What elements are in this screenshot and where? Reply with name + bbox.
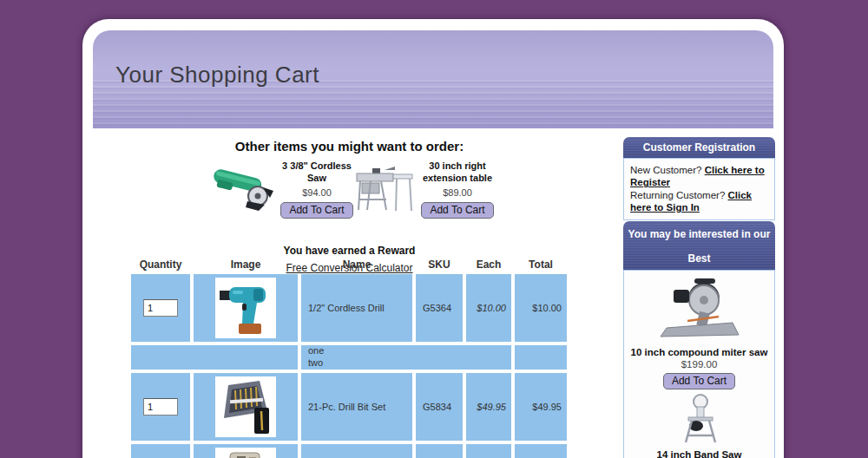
best-seller-price: $199.00 xyxy=(624,359,774,370)
col-header-quantity: Quantity xyxy=(131,257,190,271)
promo-name: 3 3/8" Cordless Saw xyxy=(280,160,353,185)
content-card: Your Shopping Cart Other items you might… xyxy=(82,19,784,458)
product-name: 1/2" Cordless Drill xyxy=(301,274,412,342)
promo-item-extension-table: 30 inch right extension table $89.00 Add… xyxy=(416,160,499,219)
col-header-name: Name xyxy=(301,257,412,271)
col-header-total: Total xyxy=(515,257,567,271)
product-each xyxy=(466,444,511,458)
cart-row-partial xyxy=(131,444,567,458)
add-to-cart-button[interactable]: Add To Cart xyxy=(421,202,493,219)
cart-table-header-row: Quantity Image Name SKU Each Total xyxy=(131,257,567,271)
cart-table: Quantity Image Name SKU Each Total xyxy=(128,253,570,458)
note-line: one xyxy=(308,345,511,357)
returning-customer-text: Returning Customer? xyxy=(630,190,728,200)
band-saw-image xyxy=(673,394,727,444)
promo-price: $94.00 xyxy=(280,187,353,198)
suggestions-heading: Other items you might want to order: xyxy=(131,139,568,154)
product-total: $49.95 xyxy=(515,373,567,441)
add-to-cart-button[interactable]: Add To Cart xyxy=(663,373,735,389)
product-sku: G5834 xyxy=(416,373,463,441)
cordless-drill-image xyxy=(219,280,273,336)
partial-product-image xyxy=(220,449,272,458)
customer-registration-header: Customer Registration xyxy=(623,137,775,158)
product-name xyxy=(301,444,412,458)
quantity-input[interactable] xyxy=(143,299,178,317)
customer-registration-box: New Customer? Click here to Register Ret… xyxy=(623,158,775,220)
product-sku: G5364 xyxy=(416,274,463,342)
best-seller-name: 10 inch compound miter saw xyxy=(624,347,774,357)
product-total: $10.00 xyxy=(515,274,567,342)
col-header-each: Each xyxy=(466,257,511,271)
product-sku xyxy=(416,444,463,458)
quantity-input[interactable] xyxy=(143,398,178,415)
best-seller-name: 14 inch Band Saw xyxy=(624,449,774,458)
note-line: two xyxy=(308,357,511,370)
cart-row-drill-bit-set: 21-Pc. Drill Bit Set G5834 $49.95 $49.95 xyxy=(131,373,567,441)
product-each: $49.95 xyxy=(466,373,511,441)
extension-table-saw-image xyxy=(355,161,414,213)
product-total xyxy=(515,444,567,458)
page-banner: Your Shopping Cart xyxy=(93,30,773,128)
cordless-saw-image xyxy=(209,161,279,212)
cart-row-cordless-drill: 1/2" Cordless Drill G5364 $10.00 $10.00 xyxy=(131,274,567,342)
cart-row-note: one two xyxy=(131,345,567,370)
best-sellers-title-line1: You may be interested in our Best xyxy=(623,222,775,271)
product-image-frame xyxy=(215,376,276,437)
col-header-sku: SKU xyxy=(416,257,463,271)
promo-item-cordless-saw: 3 3/8" Cordless Saw $94.00 Add To Cart xyxy=(280,160,353,219)
col-header-image: Image xyxy=(194,257,298,271)
promo-price: $89.00 xyxy=(416,187,499,198)
page-title: Your Shopping Cart xyxy=(115,62,319,88)
product-name: 21-Pc. Drill Bit Set xyxy=(301,373,412,441)
product-each: $10.00 xyxy=(466,274,511,342)
drill-bit-set-image xyxy=(218,378,273,435)
product-image-frame xyxy=(215,278,276,338)
best-sellers-header: You may be interested in our Best Seller… xyxy=(623,221,775,270)
note-cell: one two xyxy=(301,345,511,370)
product-image-frame xyxy=(215,448,276,458)
add-to-cart-button[interactable]: Add To Cart xyxy=(280,202,352,219)
miter-saw-image xyxy=(656,276,743,345)
promo-name: 30 inch right extension table xyxy=(416,160,499,185)
new-customer-text: New Customer? xyxy=(630,165,705,175)
best-sellers-box: 10 inch compound miter saw $199.00 Add T… xyxy=(623,270,775,458)
